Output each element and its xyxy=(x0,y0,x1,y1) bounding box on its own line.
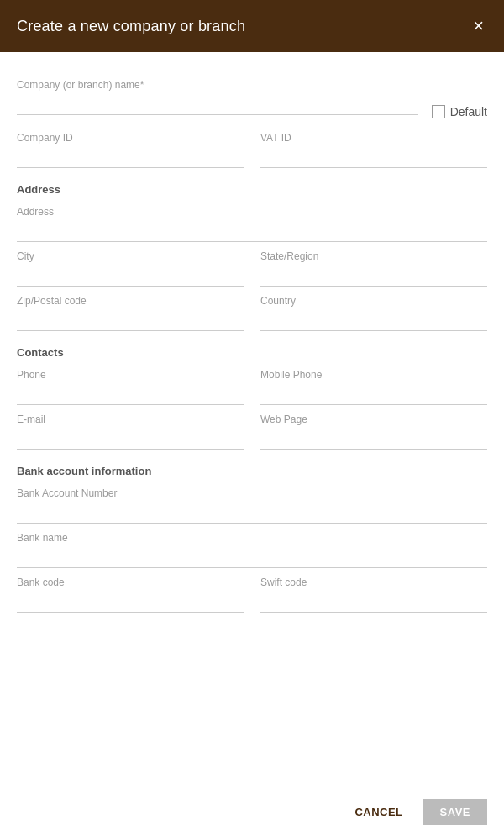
phone-group: Phone xyxy=(17,369,244,408)
web-page-input[interactable] xyxy=(260,429,487,450)
dialog-create-company: Create a new company or branch × Company… xyxy=(0,0,504,837)
company-name-group: Company (or branch) name* xyxy=(17,79,418,118)
mobile-phone-input[interactable] xyxy=(260,384,487,405)
address-group: Address xyxy=(17,206,487,245)
swift-code-input[interactable] xyxy=(260,592,487,613)
bank-swift-row: Bank code Swift code xyxy=(17,576,487,616)
dialog-title: Create a new company or branch xyxy=(17,18,245,35)
bank-code-group: Bank code xyxy=(17,576,244,616)
web-page-label: Web Page xyxy=(260,413,487,425)
company-name-row: Company (or branch) name* Default xyxy=(17,79,487,118)
country-group: Country xyxy=(260,295,487,334)
city-state-row: City State/Region xyxy=(17,250,487,290)
company-id-group: Company ID xyxy=(17,132,244,171)
state-region-label: State/Region xyxy=(260,250,487,262)
dialog-header: Create a new company or branch × xyxy=(0,0,504,52)
bank-account-row: Bank Account Number xyxy=(17,487,487,527)
address-section-label: Address xyxy=(17,183,487,196)
bank-code-label: Bank code xyxy=(17,576,244,588)
phone-label: Phone xyxy=(17,369,244,381)
address-input[interactable] xyxy=(17,221,487,242)
swift-code-group: Swift code xyxy=(260,576,487,616)
zip-country-row: Zip/Postal code Country xyxy=(17,295,487,334)
bank-code-input[interactable] xyxy=(17,592,244,613)
company-name-label: Company (or branch) name* xyxy=(17,79,418,91)
mobile-phone-label: Mobile Phone xyxy=(260,369,487,381)
phone-row: Phone Mobile Phone xyxy=(17,369,487,408)
address-label: Address xyxy=(17,206,487,218)
company-id-vat-row: Company ID VAT ID xyxy=(17,132,487,171)
email-input[interactable] xyxy=(17,429,244,450)
swift-code-label: Swift code xyxy=(260,576,487,588)
dialog-body: Company (or branch) name* Default Compan… xyxy=(0,52,504,787)
vat-id-label: VAT ID xyxy=(260,132,487,144)
vat-id-group: VAT ID xyxy=(260,132,487,171)
city-group: City xyxy=(17,250,244,290)
email-web-row: E-mail Web Page xyxy=(17,413,487,453)
dialog-footer: CANCEL SAVE xyxy=(0,787,504,837)
vat-id-input[interactable] xyxy=(260,147,487,168)
company-id-label: Company ID xyxy=(17,132,244,144)
bank-account-input[interactable] xyxy=(17,503,487,524)
contacts-section-label: Contacts xyxy=(17,346,487,359)
zip-label: Zip/Postal code xyxy=(17,295,244,307)
save-button[interactable]: SAVE xyxy=(423,799,487,825)
country-label: Country xyxy=(260,295,487,307)
company-id-input[interactable] xyxy=(17,147,244,168)
email-group: E-mail xyxy=(17,413,244,453)
company-name-input[interactable] xyxy=(17,94,418,115)
bank-section-label: Bank account information xyxy=(17,465,487,477)
state-region-group: State/Region xyxy=(260,250,487,290)
city-label: City xyxy=(17,250,244,262)
bank-account-label: Bank Account Number xyxy=(17,487,487,499)
zip-input[interactable] xyxy=(17,310,244,331)
address-row: Address xyxy=(17,206,487,245)
country-input[interactable] xyxy=(260,310,487,331)
zip-group: Zip/Postal code xyxy=(17,295,244,334)
city-input[interactable] xyxy=(17,266,244,287)
default-checkbox[interactable] xyxy=(432,105,445,118)
default-label: Default xyxy=(450,105,487,118)
state-region-input[interactable] xyxy=(260,266,487,287)
close-button[interactable]: × xyxy=(470,15,487,37)
web-page-group: Web Page xyxy=(260,413,487,453)
bank-name-row: Bank name xyxy=(17,532,487,571)
bank-name-group: Bank name xyxy=(17,532,487,571)
cancel-button[interactable]: CANCEL xyxy=(344,799,412,825)
bank-account-group: Bank Account Number xyxy=(17,487,487,527)
phone-input[interactable] xyxy=(17,384,244,405)
mobile-phone-group: Mobile Phone xyxy=(260,369,487,408)
email-label: E-mail xyxy=(17,413,244,425)
bank-name-label: Bank name xyxy=(17,532,487,544)
bank-name-input[interactable] xyxy=(17,547,487,568)
default-wrap: Default xyxy=(432,105,487,118)
